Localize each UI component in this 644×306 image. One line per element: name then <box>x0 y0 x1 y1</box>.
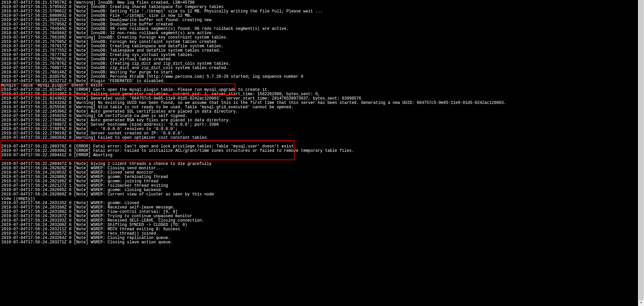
terminal-log[interactable]: 2019-07-04T17:56:21.579578Z 0 [Warning] … <box>0 0 641 245</box>
scroll-down-arrow[interactable]: ▼ <box>638 300 644 306</box>
vertical-scrollbar[interactable]: ▲ ▼ <box>638 0 644 306</box>
log-line: 2019-07-04T17:56:24.283271Z 0 [Note] WSR… <box>1 240 640 245</box>
scrollbar-thumb[interactable] <box>639 0 644 306</box>
log-line: 2019-07-04T17:56:22.280264Z 0 [Warning] … <box>1 136 640 140</box>
log-line: 2019-07-04T17:56:24.282868Z 0 [Note] WSR… <box>1 192 640 197</box>
log-line: 2019-07-04T17:56:22.280441Z 0 [ERROR] Ab… <box>1 153 640 158</box>
